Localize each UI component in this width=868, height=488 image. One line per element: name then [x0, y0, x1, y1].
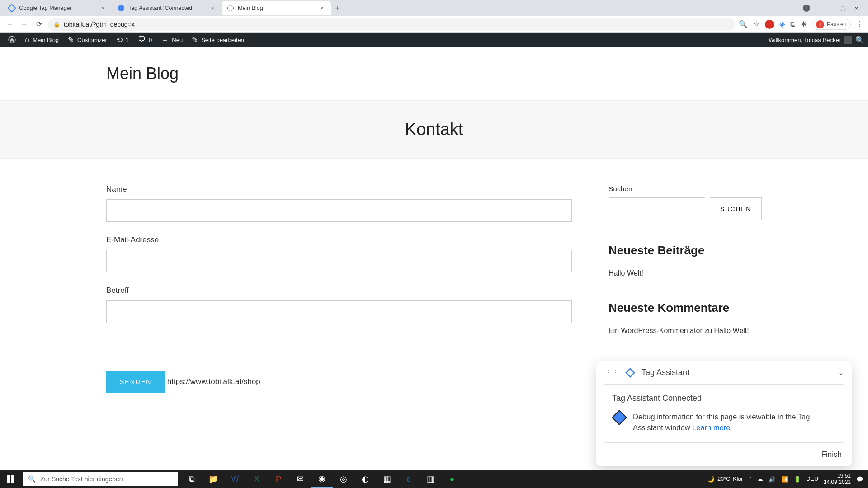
form-field-email: E-Mail-Adresse — [106, 235, 572, 272]
drag-handle-icon[interactable]: ⋮⋮ — [604, 368, 619, 377]
wp-updates-count: 1 — [126, 37, 129, 43]
language-indicator[interactable]: DEU — [807, 476, 818, 482]
recent-post-link[interactable]: Hallo Welt! — [609, 269, 643, 277]
menu-icon[interactable]: ⋮ — [856, 20, 863, 28]
content-wrap: Name E-Mail-Adresse Betreff SENDEN https… — [88, 159, 780, 393]
taskbar: 🔍 Zur Suche Text hier eingeben ⧉ 📁 W X P… — [0, 470, 868, 488]
address-row: ← → ⟳ 🔒 tobitalk.at/?gtm_debug=x 🔍 ☆ ◈ ⧉… — [0, 16, 868, 33]
name-input[interactable] — [106, 199, 572, 222]
wordpress-icon — [227, 5, 234, 12]
learn-more-link[interactable]: Learn more — [692, 423, 730, 432]
finish-button[interactable]: Finish — [821, 450, 842, 459]
page-title-band: Kontakt — [0, 101, 868, 159]
reading-list-icon[interactable]: ⧉ — [790, 20, 795, 28]
subject-input[interactable] — [106, 300, 572, 323]
wp-new[interactable]: ＋Neu — [156, 33, 187, 47]
wp-welcome: Willkommen, Tobias Becker — [769, 37, 841, 43]
notifications-icon[interactable]: 💬 — [856, 476, 863, 483]
reload-button[interactable]: ⟳ — [33, 19, 44, 30]
wp-updates[interactable]: ⟲1 — [112, 33, 133, 47]
wp-logo[interactable]: ⓦ — [4, 33, 20, 47]
task-view-icon[interactable]: ⧉ — [181, 470, 203, 488]
form-field-name: Name — [106, 185, 572, 222]
pencil-icon: ✎ — [192, 35, 198, 45]
weather-widget[interactable]: 🌙 23°C Klar — [708, 476, 743, 483]
site-header: Mein Blog — [0, 47, 868, 101]
tab-bar: Google Tag Manager × Tag Assistant [Conn… — [0, 0, 868, 16]
submit-button[interactable]: SENDEN — [106, 371, 165, 393]
search-widget: Suchen SUCHEN — [609, 185, 762, 220]
site-title[interactable]: Mein Blog — [106, 64, 762, 83]
bookmark-icon[interactable]: ☆ — [753, 20, 760, 28]
svg-rect-3 — [7, 479, 10, 483]
edge-icon[interactable]: e — [398, 470, 420, 488]
main-column: Name E-Mail-Adresse Betreff SENDEN https… — [106, 185, 572, 393]
clock[interactable]: 19:51 14.09.2021 — [824, 473, 851, 486]
profile-badge[interactable]: T Pausiert — [812, 19, 851, 30]
battery-icon[interactable]: 🔋 — [794, 476, 801, 483]
search-button[interactable]: SUCHEN — [710, 197, 762, 220]
close-icon[interactable]: ✕ — [854, 5, 859, 12]
mail-icon[interactable]: ✉ — [289, 470, 311, 488]
identity-icon[interactable] — [803, 5, 810, 12]
powerpoint-icon[interactable]: P — [268, 470, 289, 488]
chevron-up-icon[interactable]: ˄ — [749, 476, 752, 483]
word-icon[interactable]: W — [224, 470, 246, 488]
app-icon[interactable]: ▦ — [376, 470, 398, 488]
extensions-icon[interactable]: ✱ — [801, 20, 807, 28]
tag-manager-ext-icon[interactable]: ◈ — [779, 20, 785, 28]
tag-assistant-logo-icon — [625, 368, 635, 378]
search-input[interactable] — [609, 197, 705, 220]
wp-edit-page[interactable]: ✎Seite bearbeiten — [187, 33, 249, 47]
taskbar-search[interactable]: 🔍 Zur Suche Text hier eingeben — [23, 472, 178, 486]
tag-assistant-icon — [118, 5, 125, 12]
forward-button[interactable]: → — [19, 19, 30, 30]
time-text: 19:51 — [824, 473, 851, 479]
wp-comments[interactable]: 🗨0 — [133, 33, 156, 47]
wp-site-link[interactable]: ⌂Mein Blog — [20, 33, 63, 47]
tab-mein-blog[interactable]: Mein Blog × — [222, 1, 331, 15]
search-label: Suchen — [609, 185, 762, 193]
lock-icon: 🔒 — [53, 21, 60, 28]
wp-customizer[interactable]: ✎Customizer — [63, 33, 112, 47]
pinned-apps: ⧉ 📁 W X P ✉ ◉ ◎ ◐ ▦ e ▥ ● — [181, 470, 463, 488]
close-icon[interactable]: × — [209, 5, 216, 12]
address-bar[interactable]: 🔒 tobitalk.at/?gtm_debug=x — [48, 18, 735, 31]
collapse-icon[interactable]: ⌄ — [838, 368, 844, 377]
zoom-icon[interactable]: 🔍 — [739, 20, 748, 28]
wifi-icon[interactable]: 📶 — [781, 476, 788, 483]
excel-icon[interactable]: X — [246, 470, 268, 488]
spotify-icon[interactable]: ● — [441, 470, 463, 488]
text-cursor — [396, 257, 396, 264]
close-icon[interactable]: × — [318, 5, 326, 12]
ta-connected-title: Tag Assistant Connected — [612, 394, 836, 403]
new-tab-button[interactable]: + — [331, 2, 344, 14]
obs-icon[interactable]: ◎ — [333, 470, 354, 488]
profile-state: Pausiert — [827, 21, 847, 28]
app-icon[interactable]: ◐ — [354, 470, 376, 488]
minimize-icon[interactable]: — — [826, 5, 832, 12]
close-icon[interactable]: × — [99, 5, 107, 12]
tab-tag-assistant[interactable]: Tag Assistant [Connected] × — [112, 1, 222, 15]
recent-comment-item[interactable]: Ein WordPress-Kommentator zu Hallo Welt! — [609, 327, 762, 335]
diamond-icon — [612, 410, 627, 425]
adblock-icon[interactable] — [765, 20, 774, 29]
browser-chrome: Google Tag Manager × Tag Assistant [Conn… — [0, 0, 868, 33]
back-button[interactable]: ← — [5, 19, 15, 30]
chrome-icon[interactable]: ◉ — [311, 470, 333, 488]
volume-icon[interactable]: 🔊 — [769, 476, 776, 483]
search-icon[interactable]: 🔍 — [855, 36, 864, 44]
wordpress-icon: ⓦ — [8, 35, 16, 45]
onedrive-icon[interactable]: ☁ — [757, 476, 763, 483]
start-button[interactable] — [0, 470, 22, 488]
file-explorer-icon[interactable]: 📁 — [203, 470, 224, 488]
ta-body: Tag Assistant Connected Debug informatio… — [603, 384, 845, 443]
shop-link[interactable]: https://www.tobitalk.at/shop — [167, 377, 260, 388]
email-input[interactable] — [106, 250, 572, 272]
app-icon[interactable]: ▥ — [420, 470, 441, 488]
tab-gtm[interactable]: Google Tag Manager × — [3, 1, 112, 15]
maximize-icon[interactable]: ▢ — [840, 5, 846, 12]
refresh-icon: ⟲ — [116, 35, 123, 45]
wp-account[interactable]: Willkommen, Tobias Becker 🔍 — [769, 36, 864, 44]
ta-header[interactable]: ⋮⋮ Tag Assistant ⌄ — [596, 361, 852, 384]
